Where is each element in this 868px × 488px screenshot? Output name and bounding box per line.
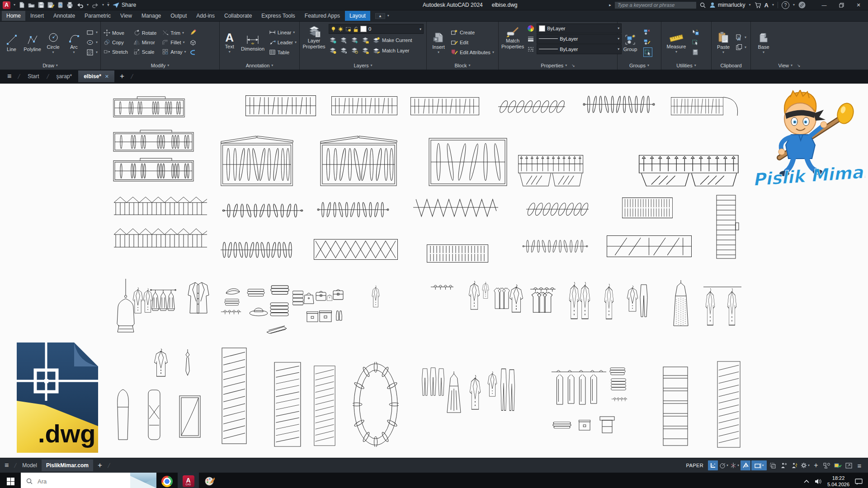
taskbar-search-input[interactable]: [37, 478, 106, 485]
tray-chevron-icon[interactable]: [804, 479, 809, 483]
quick-calc-button[interactable]: [692, 48, 699, 56]
user-menu-caret[interactable]: ▾: [749, 3, 751, 7]
rectangle-tool-button[interactable]: ▾: [86, 28, 98, 37]
paint-icon[interactable]: [199, 473, 220, 488]
move-button[interactable]: Move: [104, 28, 128, 37]
dimension-button[interactable]: Dimension: [240, 33, 265, 52]
graphics-performance-button[interactable]: [833, 460, 843, 470]
rotate-button[interactable]: Rotate: [133, 28, 156, 37]
autocad-app-icon[interactable]: A: [3, 1, 10, 9]
file-tab-sarap[interactable]: şarap*: [51, 70, 77, 82]
taskbar-search[interactable]: [21, 473, 156, 488]
ribbon-tab-express-tools[interactable]: Express Tools: [257, 11, 299, 21]
ribbon-tab-home[interactable]: Home: [2, 11, 25, 21]
customization-menu-button[interactable]: ≡: [854, 460, 864, 470]
ribbon-tab-collaborate[interactable]: Collaborate: [220, 11, 256, 21]
group-selection-toggle[interactable]: [643, 47, 652, 57]
view-panel-label[interactable]: View▾↘: [751, 61, 828, 70]
save-as-icon[interactable]: [47, 1, 54, 9]
copy-button[interactable]: Copy: [104, 38, 128, 47]
object-color-selector[interactable]: ByLayer▾: [537, 23, 622, 33]
new-file-icon[interactable]: [19, 1, 25, 9]
utilities-panel-label[interactable]: Utilities▾: [661, 61, 711, 70]
undo-icon[interactable]: [76, 1, 84, 9]
polar-tracking-button[interactable]: ▾: [719, 460, 729, 470]
annotation-panel-label[interactable]: Annotation▾: [220, 61, 299, 70]
help-caret[interactable]: ▾: [793, 3, 795, 7]
line-button[interactable]: Line: [3, 33, 20, 52]
mirror-button[interactable]: Mirror: [133, 38, 156, 47]
trim-button[interactable]: Trim▾: [162, 28, 186, 37]
ribbon-collapse-button[interactable]: ▲: [375, 13, 385, 19]
ribbon-collapse-caret[interactable]: ▾: [387, 14, 389, 18]
paste-button[interactable]: Paste▾: [714, 30, 732, 54]
paper-space-button[interactable]: PAPER: [686, 463, 703, 468]
annotation-autoscale-button[interactable]: [789, 460, 799, 470]
layers-panel-label[interactable]: Layers▾: [300, 61, 426, 70]
redo-caret[interactable]: ▾: [102, 3, 104, 7]
draw-panel-label[interactable]: Draw▾: [0, 61, 100, 70]
arc-button[interactable]: Arc▾: [65, 30, 83, 54]
autodesk-caret[interactable]: ▾: [772, 3, 774, 7]
overkill-button[interactable]: [189, 48, 197, 56]
linetype-selector[interactable]: ByLayer▾: [537, 44, 622, 54]
snap-mode-button[interactable]: [708, 460, 718, 470]
ribbon-tab-output[interactable]: Output: [166, 11, 191, 21]
isolate-objects-button[interactable]: [822, 460, 832, 470]
file-tabs-menu-icon[interactable]: ≡: [3, 72, 16, 80]
help-icon[interactable]: ?: [782, 1, 789, 9]
edit-block-button[interactable]: Edit: [451, 38, 494, 47]
group-button[interactable]: Group: [620, 33, 640, 52]
search-flyout-caret[interactable]: ▸: [609, 3, 611, 7]
cut-button[interactable]: ▾: [736, 33, 746, 42]
polyline-button[interactable]: Polyline: [24, 33, 41, 52]
app-menu-caret[interactable]: ▾: [14, 3, 15, 7]
model-tab[interactable]: Model: [18, 460, 42, 471]
stretch-button[interactable]: Stretch: [104, 47, 128, 56]
insert-block-button[interactable]: Insert▾: [429, 30, 448, 54]
view-dialog-launcher[interactable]: ↘: [797, 63, 801, 68]
layout-tab-pislikmimar[interactable]: PislikMimar.com: [42, 460, 93, 471]
new-drawing-button[interactable]: +: [115, 72, 129, 81]
file-tab-elbise[interactable]: elbise*✕: [78, 70, 114, 82]
plus-button[interactable]: +: [811, 460, 821, 470]
save-icon[interactable]: [38, 1, 44, 9]
layout-menu-icon[interactable]: ≡: [0, 461, 13, 469]
create-block-button[interactable]: Create: [451, 28, 494, 37]
fillet-button[interactable]: Fillet▾: [162, 38, 186, 47]
annotation-scale-gear-button[interactable]: ▾: [800, 460, 810, 470]
minimize-button[interactable]: —: [817, 0, 831, 10]
ribbon-tab-layout[interactable]: Layout: [345, 11, 370, 21]
object-snap-button[interactable]: [741, 460, 750, 470]
modify-panel-label[interactable]: Modify▾: [101, 61, 219, 70]
undo-caret[interactable]: ▾: [87, 3, 89, 7]
lineweight-selector[interactable]: ByLayer▾: [537, 34, 622, 44]
leader-button[interactable]: Leader▾: [269, 38, 297, 47]
close-tab-icon[interactable]: ✕: [105, 74, 109, 80]
erase-button[interactable]: [189, 28, 197, 37]
annotation-visibility-button[interactable]: [778, 460, 788, 470]
isodraft-button[interactable]: ▾: [730, 460, 740, 470]
match-layer-button[interactable]: Match Layer: [372, 46, 410, 55]
ribbon-tab-featured-apps[interactable]: Featured Apps: [300, 11, 344, 21]
edit-attributes-button[interactable]: Edit Attributes▾: [451, 48, 494, 56]
linear-dimension-button[interactable]: Linear▾: [269, 28, 297, 37]
dynamic-input-button[interactable]: ▾: [751, 460, 767, 470]
layer-selector[interactable]: 0 ▾: [329, 24, 424, 34]
circle-button[interactable]: Circle▾: [44, 30, 62, 54]
notification-icon[interactable]: [855, 478, 863, 485]
ungroup-button[interactable]: [643, 28, 652, 36]
search-icon[interactable]: [700, 2, 706, 8]
feedback-icon[interactable]: [798, 1, 806, 9]
taskbar-clock[interactable]: 18:22 5.04.2026: [827, 475, 849, 488]
explode-button[interactable]: [189, 38, 197, 47]
redo-icon[interactable]: [92, 1, 99, 9]
ribbon-tab-addins[interactable]: Add-ins: [192, 11, 219, 21]
block-panel-label[interactable]: Block▾: [427, 61, 498, 70]
scale-button[interactable]: Scale: [133, 47, 156, 56]
quick-select-button[interactable]: [692, 38, 699, 47]
clean-screen-button[interactable]: [844, 460, 854, 470]
help-search-input[interactable]: [615, 2, 696, 9]
search-highlight-image[interactable]: [130, 473, 156, 488]
signed-in-user[interactable]: mimarlucky: [709, 2, 745, 8]
